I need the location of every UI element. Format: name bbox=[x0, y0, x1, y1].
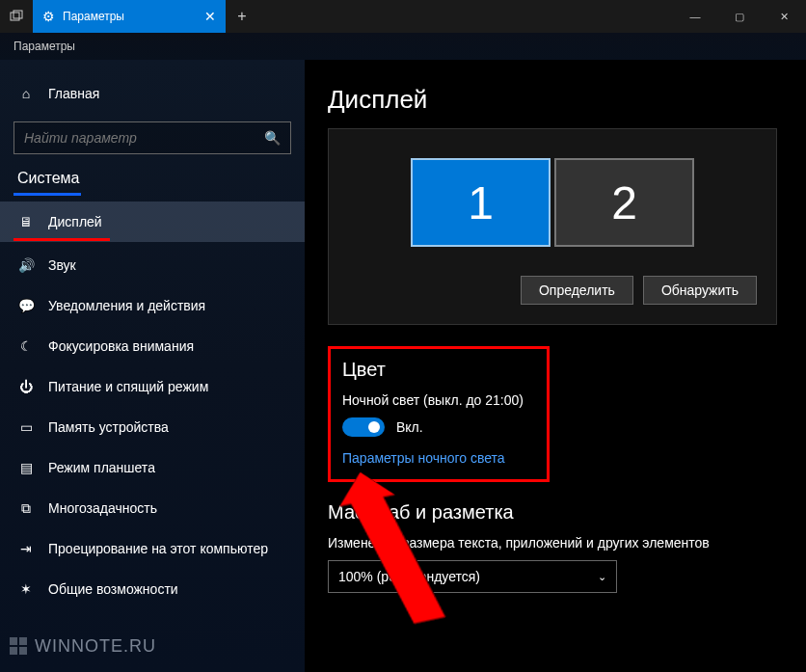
minimize-button[interactable]: — bbox=[673, 0, 717, 33]
multitask-icon[interactable] bbox=[0, 0, 33, 33]
svg-rect-5 bbox=[19, 647, 27, 655]
monitor-arrange-box: 1 2 Определить Обнаружить bbox=[328, 128, 777, 325]
scale-dropdown[interactable]: 100% (рекомендуется) ⌄ bbox=[328, 560, 617, 593]
chevron-down-icon: ⌄ bbox=[598, 571, 606, 583]
sidebar-item-notifications[interactable]: 💬 Уведомления и действия bbox=[0, 285, 305, 326]
night-light-toggle[interactable] bbox=[342, 417, 385, 437]
page-title: Дисплей bbox=[328, 85, 777, 115]
sidebar-item-power[interactable]: ⏻ Питание и спящий режим bbox=[0, 366, 305, 407]
sidebar-item-sound[interactable]: 🔊 Звук bbox=[0, 245, 305, 285]
maximize-button[interactable]: ▢ bbox=[717, 0, 762, 33]
monitor-1[interactable]: 1 bbox=[411, 158, 551, 247]
search-input[interactable] bbox=[24, 130, 264, 146]
sidebar-item-shared[interactable]: ✶ Общие возможности bbox=[0, 569, 305, 609]
tab-settings[interactable]: ⚙ Параметры ✕ bbox=[33, 0, 226, 33]
sidebar-item-label: Многозадачность bbox=[48, 500, 157, 516]
toggle-knob bbox=[368, 421, 380, 433]
scale-heading: Масштаб и разметка bbox=[328, 501, 777, 524]
watermark-text: WINNOTE.RU bbox=[35, 636, 156, 657]
sidebar-item-storage[interactable]: ▭ Память устройства bbox=[0, 407, 305, 447]
home-icon: ⌂ bbox=[17, 86, 35, 101]
search-input-box[interactable]: 🔍 bbox=[13, 121, 291, 154]
shared-icon: ✶ bbox=[17, 581, 35, 597]
annotation-underline-red bbox=[13, 238, 110, 241]
sidebar-item-label: Проецирование на этот компьютер bbox=[48, 541, 268, 556]
sidebar-item-projecting[interactable]: ⇥ Проецирование на этот компьютер bbox=[0, 528, 305, 569]
sidebar-item-label: Уведомления и действия bbox=[48, 298, 205, 313]
nav-home[interactable]: ⌂ Главная bbox=[0, 73, 305, 114]
tab-close-icon[interactable]: ✕ bbox=[204, 9, 216, 24]
watermark: WINNOTE.RU bbox=[8, 635, 156, 657]
svg-rect-3 bbox=[19, 637, 27, 645]
monitor-2[interactable]: 2 bbox=[554, 158, 694, 247]
sidebar-item-label: Дисплей bbox=[48, 214, 102, 229]
title-bar: ⚙ Параметры ✕ + — ▢ ✕ bbox=[0, 0, 806, 33]
sidebar-item-label: Питание и спящий режим bbox=[48, 379, 208, 394]
multitask-icon: ⧉ bbox=[17, 500, 35, 517]
notifications-icon: 💬 bbox=[17, 298, 35, 313]
breadcrumb: Параметры bbox=[0, 33, 806, 60]
display-icon: 🖥 bbox=[17, 214, 35, 229]
scale-dropdown-value: 100% (рекомендуется) bbox=[338, 569, 480, 584]
sidebar-item-multitask[interactable]: ⧉ Многозадачность bbox=[0, 488, 305, 528]
sidebar-item-label: Фокусировка внимания bbox=[48, 338, 194, 354]
scale-description: Изменение размера текста, приложений и д… bbox=[328, 535, 777, 551]
close-button[interactable]: ✕ bbox=[762, 0, 806, 33]
annotation-underline-blue bbox=[13, 193, 81, 196]
sidebar-item-label: Звук bbox=[48, 257, 76, 273]
scale-section: Масштаб и разметка Изменение размера тек… bbox=[328, 501, 777, 593]
tablet-icon: ▤ bbox=[17, 460, 35, 475]
nav-home-label: Главная bbox=[48, 86, 99, 101]
svg-rect-4 bbox=[10, 647, 17, 655]
night-light-settings-link[interactable]: Параметры ночного света bbox=[342, 450, 535, 466]
color-heading: Цвет bbox=[342, 359, 535, 381]
svg-rect-2 bbox=[10, 637, 17, 645]
breadcrumb-text: Параметры bbox=[13, 40, 75, 53]
storage-icon: ▭ bbox=[17, 419, 35, 435]
identify-button[interactable]: Обнаружить bbox=[643, 276, 757, 305]
sidebar-item-display[interactable]: 🖥 Дисплей bbox=[0, 202, 305, 242]
sidebar-item-label: Общие возможности bbox=[48, 581, 178, 597]
svg-rect-1 bbox=[13, 11, 22, 18]
tab-title: Параметры bbox=[63, 10, 197, 23]
sidebar-item-tablet[interactable]: ▤ Режим планшета bbox=[0, 447, 305, 488]
section-header: Система bbox=[4, 166, 93, 191]
new-tab-button[interactable]: + bbox=[226, 0, 258, 33]
color-section: Цвет Ночной свет (выкл. до 21:00) Вкл. П… bbox=[328, 346, 550, 482]
toggle-state-label: Вкл. bbox=[396, 419, 423, 435]
content-pane: Дисплей 1 2 Определить Обнаружить Цвет Н… bbox=[305, 60, 806, 672]
detect-button[interactable]: Определить bbox=[521, 276, 633, 305]
sound-icon: 🔊 bbox=[17, 257, 35, 273]
search-icon: 🔍 bbox=[264, 130, 281, 146]
project-icon: ⇥ bbox=[17, 541, 35, 556]
sidebar-item-label: Режим планшета bbox=[48, 460, 155, 475]
focus-icon: ☾ bbox=[17, 338, 35, 354]
gear-icon: ⚙ bbox=[42, 9, 55, 24]
power-icon: ⏻ bbox=[17, 379, 35, 394]
night-light-label: Ночной свет (выкл. до 21:00) bbox=[342, 392, 535, 408]
sidebar-item-label: Память устройства bbox=[48, 419, 169, 435]
sidebar-item-focus[interactable]: ☾ Фокусировка внимания bbox=[0, 326, 305, 366]
sidebar: ⌂ Главная 🔍 Система 🖥 Дисплей 🔊 Звук 💬 У… bbox=[0, 60, 305, 672]
svg-rect-0 bbox=[11, 13, 19, 20]
